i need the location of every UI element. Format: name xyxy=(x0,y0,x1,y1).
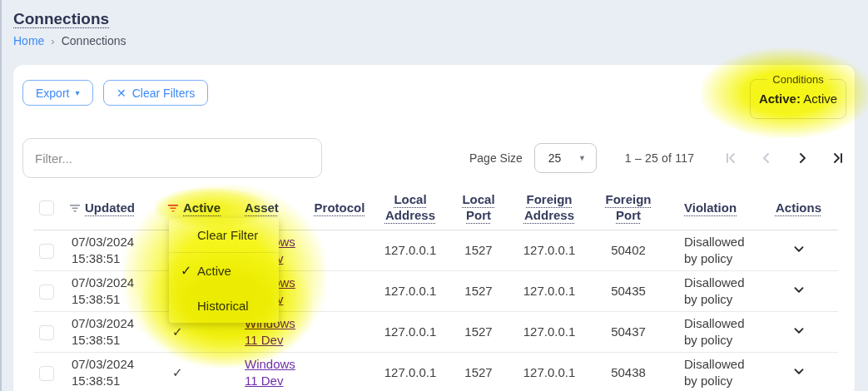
updated-cell: 07/03/202415:38:51 xyxy=(65,271,163,312)
violation-cell: Disallowed by policy xyxy=(666,230,759,271)
chevron-down-icon: ▾ xyxy=(75,89,79,97)
menu-item-historical[interactable]: Historical xyxy=(169,288,279,323)
export-button-label: Export xyxy=(36,87,69,100)
active-filter-icon xyxy=(168,203,178,213)
filter-icon xyxy=(70,203,80,213)
foreign-address-cell: 127.0.0.1 xyxy=(508,271,591,312)
chevron-down-icon: ▼ xyxy=(578,154,586,162)
first-page-icon xyxy=(721,148,741,168)
table-header-row: Updated Active Asset Protocol Local Addr… xyxy=(33,190,838,230)
breadcrumb-separator-icon: › xyxy=(51,35,54,47)
protocol-cell xyxy=(308,230,371,271)
condition-value: Active xyxy=(803,92,837,106)
select-all-checkbox[interactable] xyxy=(39,200,54,215)
violation-cell: Disallowed by policy xyxy=(666,271,759,312)
row-expand-button[interactable] xyxy=(790,280,808,301)
foreign-port-cell: 50438 xyxy=(591,353,666,391)
column-header-foreign-address[interactable]: Foreign Address xyxy=(508,190,591,230)
local-port-cell: 1527 xyxy=(449,230,508,271)
page-size-value: 25 xyxy=(548,151,562,165)
conditions-panel: Conditions Active: Active xyxy=(750,73,846,119)
foreign-port-cell: 50437 xyxy=(591,312,666,353)
page-size-select[interactable]: 25 ▼ xyxy=(534,143,597,173)
column-header-actions[interactable]: Actions xyxy=(759,190,838,230)
row-checkbox[interactable] xyxy=(39,325,54,340)
local-address-cell: 127.0.0.1 xyxy=(371,353,449,391)
menu-item-clear-filter[interactable]: Clear Filter xyxy=(169,218,279,253)
clear-filters-button[interactable]: ✕ Clear Filters xyxy=(103,80,208,106)
clear-filters-label: Clear Filters xyxy=(132,87,195,100)
close-icon: ✕ xyxy=(117,87,126,99)
chevron-left-icon xyxy=(756,148,776,168)
condition-active: Active: Active xyxy=(757,92,839,106)
local-address-cell: 127.0.0.1 xyxy=(371,271,449,312)
foreign-port-cell: 50402 xyxy=(591,230,666,271)
filter-input[interactable] xyxy=(22,138,322,178)
local-address-cell: 127.0.0.1 xyxy=(371,312,449,353)
chevron-down-icon xyxy=(790,280,808,299)
asset-link[interactable]: Windows 11 Dev xyxy=(245,357,295,388)
foreign-address-cell: 127.0.0.1 xyxy=(508,230,591,271)
page-title: Connections xyxy=(13,10,109,28)
local-port-cell: 1527 xyxy=(449,353,508,391)
row-checkbox[interactable] xyxy=(39,366,54,381)
first-page-button[interactable] xyxy=(721,148,741,168)
foreign-address-cell: 127.0.0.1 xyxy=(508,353,591,391)
protocol-cell xyxy=(308,271,371,312)
local-address-cell: 127.0.0.1 xyxy=(371,230,449,271)
row-expand-button[interactable] xyxy=(790,362,808,383)
export-button[interactable]: Export ▾ xyxy=(22,80,93,106)
row-expand-button[interactable] xyxy=(790,321,808,342)
pagination-range: 1 – 25 of 117 xyxy=(625,151,694,165)
conditions-legend: Conditions xyxy=(767,73,828,86)
column-header-local-address[interactable]: Local Address xyxy=(371,190,449,230)
breadcrumb-home-link[interactable]: Home xyxy=(13,34,44,47)
local-port-cell: 1527 xyxy=(449,312,508,353)
row-checkbox[interactable] xyxy=(39,244,54,259)
connections-table: Updated Active Asset Protocol Local Addr… xyxy=(33,190,838,391)
chevron-right-icon xyxy=(792,148,812,168)
active-check-icon xyxy=(172,324,183,339)
table-row: 07/03/202415:38:51 Windows 11 Dev 127.0.… xyxy=(33,271,838,312)
violation-cell: Disallowed by policy xyxy=(666,353,759,391)
updated-cell: 07/03/202415:38:51 xyxy=(65,353,163,391)
column-header-violation[interactable]: Violation xyxy=(666,190,759,230)
page-size-label: Page Size xyxy=(469,151,523,165)
table-row: 07/03/202415:38:51 Windows 11 Dev 127.0.… xyxy=(33,312,838,353)
window-left-edge xyxy=(0,0,2,391)
chevron-down-icon xyxy=(790,240,808,258)
check-icon: ✓ xyxy=(169,263,197,279)
column-header-updated[interactable]: Updated xyxy=(65,190,163,230)
row-expand-button[interactable] xyxy=(790,240,808,260)
menu-item-active[interactable]: ✓ Active xyxy=(169,253,279,288)
protocol-cell xyxy=(308,353,371,391)
column-header-foreign-port[interactable]: Foreign Port xyxy=(591,190,666,230)
column-header-local-port[interactable]: Local Port xyxy=(449,190,508,230)
condition-label: Active: xyxy=(759,92,801,106)
last-page-button[interactable] xyxy=(828,148,848,168)
next-page-button[interactable] xyxy=(792,148,812,168)
breadcrumb: Home › Connections xyxy=(13,34,126,47)
breadcrumb-current: Connections xyxy=(62,34,126,47)
updated-cell: 07/03/202415:38:51 xyxy=(65,230,163,271)
column-header-protocol[interactable]: Protocol xyxy=(308,190,371,230)
table-row: 07/03/202415:38:51 Windows 11 Dev 127.0.… xyxy=(33,230,838,271)
chevron-down-icon xyxy=(790,321,808,339)
local-port-cell: 1527 xyxy=(449,271,508,312)
previous-page-button[interactable] xyxy=(756,148,776,168)
active-check-icon xyxy=(172,365,183,379)
last-page-icon xyxy=(828,148,848,168)
row-checkbox[interactable] xyxy=(39,285,54,299)
violation-cell: Disallowed by policy xyxy=(666,312,759,353)
updated-cell: 07/03/202415:38:51 xyxy=(65,312,163,353)
pagination-controls: Page Size 25 ▼ 1 – 25 of 117 xyxy=(469,143,848,173)
connections-card: Export ▾ ✕ Clear Filters Conditions Acti… xyxy=(13,65,855,391)
table-row: 07/03/202415:38:51 Windows 11 Dev 127.0.… xyxy=(33,353,838,391)
chevron-down-icon xyxy=(790,362,808,380)
protocol-cell xyxy=(308,312,371,353)
active-column-filter-menu: Clear Filter ✓ Active Historical xyxy=(169,218,279,323)
foreign-address-cell: 127.0.0.1 xyxy=(508,312,591,353)
foreign-port-cell: 50435 xyxy=(591,271,666,312)
pager xyxy=(721,148,848,168)
